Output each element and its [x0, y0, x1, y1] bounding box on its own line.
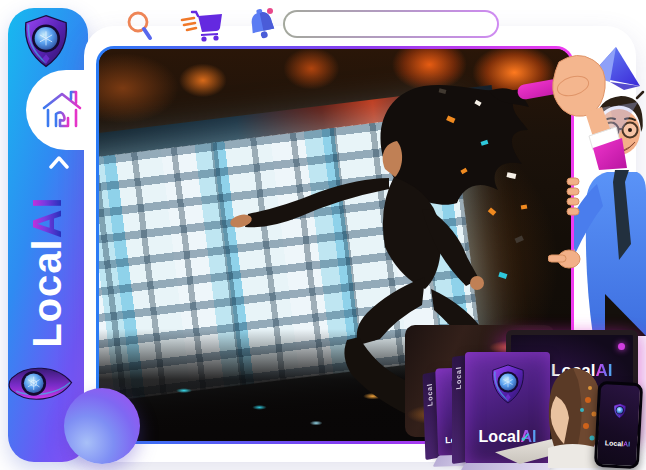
brand-title-accent: AI: [25, 196, 69, 238]
notification-bell-icon[interactable]: [246, 7, 278, 41]
product-bundle: LocalAI Local LocalAI Local LocalAI ✓: [400, 320, 646, 470]
search-field-wrap: [283, 10, 499, 38]
grip-fingers: [566, 176, 580, 218]
localai-eye-logo: [6, 354, 76, 414]
localai-shield-logo[interactable]: [18, 12, 74, 70]
hand-with-stylus: [515, 48, 627, 170]
bundle-phone: LocalAI: [594, 381, 643, 469]
home-icon[interactable]: [40, 86, 84, 132]
sidebar-brand-title: LocalAI: [24, 162, 70, 382]
phone-brand-text: LocalAI: [598, 439, 637, 448]
localai-shield-logo: [611, 402, 628, 419]
localai-promo-page: LocalAI: [0, 0, 646, 470]
search-input[interactable]: [285, 12, 498, 37]
box-text-primary: Local: [479, 428, 521, 445]
box-side-label: Local: [455, 366, 462, 390]
phone-text-accent: AI: [623, 441, 630, 448]
monitor-accent-dot: [618, 343, 625, 350]
brand-title-primary: Local: [25, 238, 69, 347]
search-icon[interactable]: [123, 9, 157, 43]
express-cart-icon[interactable]: [180, 10, 228, 42]
decor-gradient-sphere: [64, 388, 140, 464]
box-base: [459, 463, 554, 470]
phone-text-primary: Local: [605, 440, 624, 448]
box-side-label: Local: [426, 382, 434, 407]
pointing-hand: [548, 245, 582, 273]
check-mark: ✓: [520, 430, 531, 445]
localai-shield-logo: [487, 363, 529, 405]
